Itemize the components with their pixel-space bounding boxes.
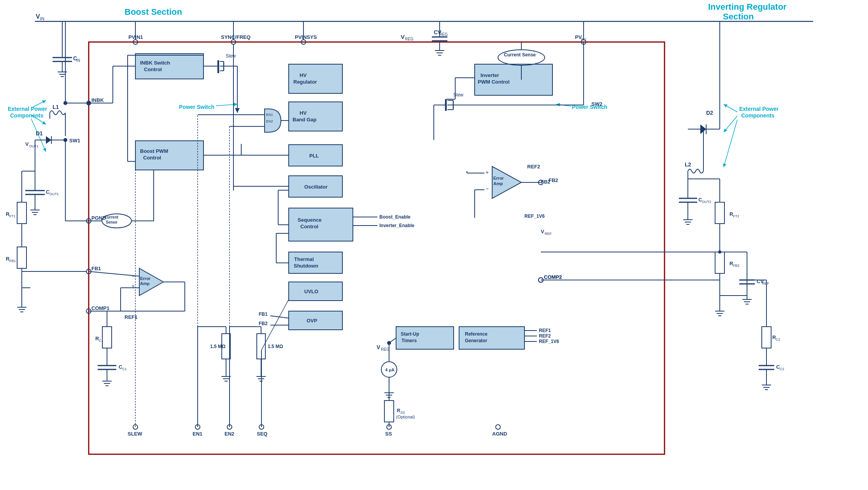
current-sense-left: Current bbox=[104, 215, 119, 219]
svg-text:Sense: Sense bbox=[106, 220, 117, 224]
current-sense-right: Current Sense bbox=[504, 52, 536, 58]
svg-text:EN2: EN2 bbox=[266, 119, 273, 123]
vreg-side-sub: REG bbox=[381, 347, 389, 352]
svg-text:Timers: Timers bbox=[402, 338, 417, 343]
inverting-section-title: Inverting Regulator bbox=[708, 2, 787, 12]
rft1-sub: FT1 bbox=[9, 214, 16, 218]
rft2-sub: FT2 bbox=[733, 214, 739, 218]
thermal-shutdown-block: Thermal bbox=[294, 256, 314, 262]
svg-rect-237 bbox=[715, 252, 724, 273]
svg-text:Control: Control bbox=[143, 155, 161, 161]
agnd-pin-label: AGND bbox=[492, 431, 507, 437]
pvinsys-label: PVINSYS bbox=[295, 34, 317, 40]
vout1-sub: OUT1 bbox=[29, 144, 39, 148]
startup-timers-block: Start-Up bbox=[401, 331, 419, 337]
svg-rect-33 bbox=[17, 202, 26, 224]
inverting-section-title2: Section bbox=[723, 12, 754, 21]
sync-freq-label: SYNC/FREQ bbox=[221, 34, 251, 40]
sw1-label: SW1 bbox=[69, 138, 80, 144]
ref2-amp-label: REF2 bbox=[527, 164, 540, 170]
svg-text:Generator: Generator bbox=[465, 338, 487, 343]
vin-label: V bbox=[36, 13, 40, 20]
l1-label: L1 bbox=[53, 104, 59, 110]
comp1-label: COMP1 bbox=[91, 305, 109, 311]
ext-power-left: External Power bbox=[8, 106, 47, 112]
cc1-sub: C1 bbox=[122, 367, 127, 371]
en2-pin-label: EN2 bbox=[224, 431, 234, 437]
oscillator-block: Oscillator bbox=[304, 184, 328, 190]
svg-text:+: + bbox=[486, 169, 489, 175]
rc2-sub: C2 bbox=[776, 338, 780, 341]
power-switch-left-label: Power Switch bbox=[179, 104, 214, 110]
ref2-out-label: REF2 bbox=[539, 333, 551, 339]
vref-right-sub: REF bbox=[545, 232, 552, 236]
boost-enable-label: Boost_Enable bbox=[379, 214, 410, 220]
svg-text:PWM Control: PWM Control bbox=[478, 79, 510, 85]
svg-text:Control: Control bbox=[144, 66, 162, 72]
en1-gate: EN1 bbox=[266, 113, 273, 117]
cin-sub: IN bbox=[76, 58, 80, 63]
en1-pin-label: EN1 bbox=[193, 431, 202, 437]
ref-1v6-out-label: REF_1V6 bbox=[539, 339, 559, 344]
seq-control-block: Sequence bbox=[298, 217, 321, 223]
pll-block: PLL bbox=[309, 153, 319, 159]
fb1-label: FB1 bbox=[91, 266, 101, 271]
l2-label: L2 bbox=[685, 161, 691, 168]
pgnd-label: PGND bbox=[91, 215, 106, 221]
cout1-sub: OUT1 bbox=[49, 192, 59, 196]
cvreg-top-sub: REG bbox=[439, 32, 448, 37]
cvref-sub: REF bbox=[762, 282, 770, 285]
circuit-diagram: Boost Section Inverting Regulator Sectio… bbox=[0, 0, 868, 490]
ext-power-right2: Components bbox=[741, 112, 775, 119]
vreg-sub: REG bbox=[405, 37, 414, 41]
rfb2-sub: FB2 bbox=[733, 264, 740, 268]
svg-rect-210 bbox=[384, 401, 394, 422]
svg-rect-0 bbox=[0, 0, 868, 490]
current-4ua-label: 4 μA bbox=[385, 368, 395, 372]
error-amp-left-label2: Amp bbox=[140, 281, 150, 286]
vout1-label: V bbox=[25, 141, 29, 147]
vref-right-label: V bbox=[541, 229, 544, 234]
ext-power-right: External Power bbox=[739, 106, 779, 112]
svg-rect-258 bbox=[762, 327, 771, 348]
boost-pwm-block: Boost PWM bbox=[140, 148, 168, 154]
boost-section-title: Boost Section bbox=[125, 7, 182, 17]
svg-rect-123 bbox=[289, 208, 353, 241]
fb2-ovp-label: FB2 bbox=[259, 321, 268, 326]
res-1m5-right-label: 1.5 MΩ bbox=[268, 344, 283, 349]
inverter-enable-label: Inverter_Enable bbox=[379, 223, 414, 228]
slew-pin-label: SLEW bbox=[128, 431, 142, 437]
ref1-out-label: REF1 bbox=[539, 328, 551, 333]
vin-sub: IN bbox=[40, 16, 44, 21]
vreg-side-label: V bbox=[377, 344, 381, 350]
svg-text:−: − bbox=[486, 186, 489, 192]
svg-text:−: − bbox=[132, 273, 135, 279]
hv-bandgap-block: HV bbox=[300, 110, 307, 116]
comp2-side-label: COMP2 bbox=[544, 274, 562, 280]
sw2-label: SW2 bbox=[591, 101, 602, 107]
svg-rect-235 bbox=[715, 202, 724, 224]
ss-pin-label: SS bbox=[385, 431, 392, 437]
svg-text:Band Gap: Band Gap bbox=[293, 117, 316, 122]
slew-left-label: Slew bbox=[226, 53, 236, 59]
d1-label: D1 bbox=[36, 130, 43, 136]
svg-text:Regulator: Regulator bbox=[293, 79, 317, 85]
rfb1-sub: FB1 bbox=[9, 259, 16, 263]
error-amp-right-label: Error bbox=[493, 176, 504, 180]
inbk-switch-block: INBK Switch bbox=[140, 60, 170, 66]
fb1-ovp-label: FB1 bbox=[259, 312, 268, 317]
cc2-sub: C2 bbox=[780, 367, 784, 371]
ref-gen-block: Reference bbox=[465, 331, 487, 337]
error-amp-left-label: Error bbox=[140, 276, 151, 281]
uvlo-block: UVLO bbox=[304, 289, 318, 294]
res-1m5-left-label: 1.5 MΩ bbox=[210, 344, 226, 349]
d2-label: D2 bbox=[706, 110, 713, 116]
rss-optional-label: (Optional) bbox=[396, 415, 415, 419]
ext-power-left2: Components bbox=[10, 112, 44, 119]
inbk-label: INBK bbox=[91, 97, 104, 103]
svg-text:Shutdown: Shutdown bbox=[294, 263, 318, 269]
ovp-block: OVP bbox=[307, 318, 317, 324]
cout2-sub: OUT2 bbox=[702, 200, 711, 204]
inverter-pwm-block: Inverter bbox=[480, 72, 499, 78]
rc1-sub: C1 bbox=[99, 339, 103, 343]
